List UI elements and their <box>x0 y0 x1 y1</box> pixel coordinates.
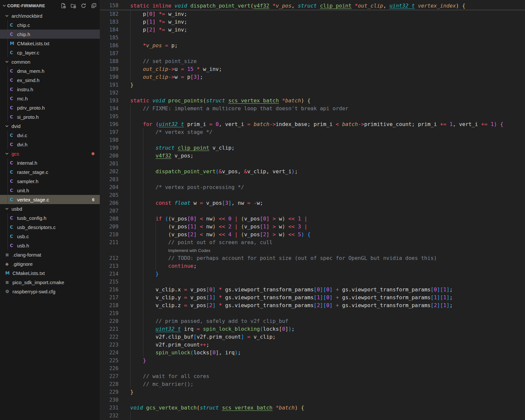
code-line-219[interactable]: 219 <box>100 309 525 317</box>
sticky-line-158[interactable]: 158static inline void dispatch_point_ver… <box>100 1 465 9</box>
code-line-190[interactable]: 190 out_clip->w = p[3]; <box>100 73 525 81</box>
code-line-223[interactable]: 223 v2f.prim_count++; <box>100 341 525 349</box>
line-number[interactable]: 187 <box>100 50 118 57</box>
tree-item-cp_layer.c[interactable]: Ccp_layer.c <box>0 48 100 57</box>
line-number[interactable]: 199 <box>100 144 118 152</box>
code-line-182[interactable]: 182 p[0] *= w_inv; <box>100 10 525 18</box>
code-line-206[interactable]: 206 const float w = v_pos[3], nw = -w; <box>100 199 525 207</box>
line-number[interactable]: 224 <box>100 349 118 357</box>
line-number[interactable]: 193 <box>100 97 118 105</box>
line-number[interactable]: 202 <box>100 168 118 176</box>
code-line-201[interactable]: 201 <box>100 160 525 168</box>
line-number[interactable]: 223 <box>100 341 118 349</box>
line-number[interactable]: 220 <box>100 317 118 325</box>
tree-item-dma_mem.h[interactable]: Cdma_mem.h <box>0 66 100 75</box>
tree-item-raspberrypi-swd.cfg[interactable]: ⚙raspberrypi-swd.cfg <box>0 287 100 296</box>
tree-folder-arch\mockbird[interactable]: arch\mockbird <box>0 11 100 20</box>
tree-folder-common[interactable]: common <box>0 57 100 66</box>
code-line-210[interactable]: 210 (v_pos[2] < nw) << 4 | (v_pos[2] > w… <box>100 231 525 239</box>
line-number[interactable]: 183 <box>100 18 118 26</box>
line-number[interactable]: 208 <box>100 215 118 223</box>
code-line-225[interactable]: 225 } <box>100 357 525 365</box>
refresh-button[interactable] <box>80 3 86 9</box>
line-number[interactable]: 228 <box>100 380 118 388</box>
line-number[interactable]: 182 <box>100 10 118 18</box>
line-number[interactable]: 213 <box>100 262 118 270</box>
code-line-231[interactable]: 231void gcs_vertex_batch(struct scs_vert… <box>100 404 525 412</box>
tree-item-si_proto.h[interactable]: Csi_proto.h <box>0 112 100 121</box>
tree-item-pico_sdk_import.cmake[interactable]: ≡pico_sdk_import.cmake <box>0 278 100 287</box>
code-line-191[interactable]: 191} <box>100 81 525 89</box>
line-number[interactable]: 205 <box>100 191 118 199</box>
line-number[interactable]: 196 <box>100 120 118 128</box>
line-number[interactable]: 222 <box>100 333 118 341</box>
code-line-186[interactable]: 186 *v_pos = p; <box>100 42 525 50</box>
tree-item-internal.h[interactable]: Cinternal.h <box>0 158 100 167</box>
code-line-226[interactable]: 226 <box>100 365 525 372</box>
code-line-230[interactable]: 230 <box>100 396 525 404</box>
tree-folder-dvid[interactable]: dvid <box>0 121 100 131</box>
line-number[interactable]: 212 <box>100 254 118 262</box>
line-number[interactable]: 207 <box>100 207 118 215</box>
code-line-189[interactable]: 189 out_clip->u = 15 * w_inv; <box>100 65 525 73</box>
code-line-187[interactable]: 187 <box>100 50 525 57</box>
line-number[interactable]: 226 <box>100 365 118 372</box>
tree-folder-usbd[interactable]: usbd <box>0 204 100 213</box>
code-line-185[interactable]: 185 <box>100 34 525 42</box>
tree-item-usb.c[interactable]: Cusb.c <box>0 232 100 241</box>
new-folder-button[interactable] <box>70 3 76 9</box>
tree-folder-gcs[interactable]: gcs <box>0 149 100 158</box>
code-line-218[interactable]: 218 v_clip.z = v_pos[2] * gs.viewport_tr… <box>100 302 525 309</box>
line-number[interactable]: 198 <box>100 136 118 144</box>
line-number[interactable]: 227 <box>100 372 118 380</box>
tree-item-chip.h[interactable]: Cchip.h <box>0 30 100 39</box>
line-number[interactable]: 231 <box>100 404 118 412</box>
code-line-188[interactable]: 188 // set point_size <box>100 57 525 65</box>
line-number[interactable]: 186 <box>100 42 118 50</box>
code-line-211[interactable]: 211 // point out of screen area, cull <box>100 239 525 246</box>
codex-hint-row[interactable]: Implement with Codex <box>100 246 525 254</box>
code-line-228[interactable]: 228 // mc_barrier(); <box>100 380 525 388</box>
code-line-209[interactable]: 209 (v_pos[1] < nw) << 2 | (v_pos[1] > w… <box>100 223 525 231</box>
tree-item-CMakeLists.txt[interactable]: MCMakeLists.txt <box>0 268 100 278</box>
chevron-down-icon[interactable] <box>2 3 7 8</box>
code-line-208[interactable]: 208 if ((v_pos[0] < nw) << 0 | (v_pos[0]… <box>100 215 525 223</box>
line-number[interactable]: 214 <box>100 270 118 278</box>
line-number[interactable]: 209 <box>100 223 118 231</box>
tree-item-usb_descriptors.c[interactable]: Cusb_descriptors.c <box>0 222 100 232</box>
line-number[interactable]: 189 <box>100 65 118 73</box>
code-line-207[interactable]: 207 <box>100 207 525 215</box>
code-editor[interactable]: 158static inline void dispatch_point_ver… <box>100 0 525 420</box>
code-line-199[interactable]: 199 struct clip_point v_clip; <box>100 144 525 152</box>
tree-item-raster_stage.c[interactable]: Craster_stage.c <box>0 167 100 177</box>
code-line-196[interactable]: 196 for (uint32_t prim_i = 0, vert_i = b… <box>100 120 525 128</box>
line-number[interactable]: 216 <box>100 286 118 294</box>
tree-item-.gitignore[interactable]: ◆.gitignore <box>0 259 100 268</box>
line-number[interactable]: 191 <box>100 81 118 89</box>
line-number[interactable] <box>100 246 118 254</box>
tree-item-usb.h[interactable]: Cusb.h <box>0 241 100 250</box>
line-number[interactable]: 218 <box>100 302 118 309</box>
tree-item-instru.h[interactable]: Cinstru.h <box>0 85 100 94</box>
code-line-205[interactable]: 205 <box>100 191 525 199</box>
tree-item-unit.h[interactable]: Cunit.h <box>0 186 100 195</box>
tree-item-pdrv_proto.h[interactable]: Cpdrv_proto.h <box>0 103 100 112</box>
tree-item-tusb_config.h[interactable]: Ctusb_config.h <box>0 213 100 222</box>
tree-item-dvi.h[interactable]: Cdvi.h <box>0 140 100 149</box>
tree-item-CMakeLists.txt[interactable]: MCMakeLists.txt <box>0 39 100 48</box>
code-line-184[interactable]: 184 p[2] *= w_inv; <box>100 26 525 34</box>
code-line-229[interactable]: 229} <box>100 388 525 396</box>
code-line-204[interactable]: 204 /* vertex post-processing */ <box>100 183 525 191</box>
code-line-192[interactable]: 192 <box>100 89 525 97</box>
line-number[interactable]: 206 <box>100 199 118 207</box>
sticky-scroll-line[interactable]: 158static inline void dispatch_point_ver… <box>100 0 525 10</box>
tree-item-.clang-format[interactable]: ≡.clang-format <box>0 250 100 259</box>
collapse-all-button[interactable] <box>91 3 96 9</box>
line-number[interactable]: 194 <box>100 105 118 113</box>
tree-item-vertex_stage.c[interactable]: Cvertex_stage.c6 <box>0 195 100 204</box>
line-number[interactable]: 232 <box>100 412 118 420</box>
code-line-221[interactable]: 221 uint32_t irq = spin_lock_blocking(lo… <box>100 325 525 333</box>
code-line-194[interactable]: 194 // FIXME: implement a multicore loop… <box>100 105 525 113</box>
new-file-button[interactable] <box>60 3 66 9</box>
line-number[interactable]: 188 <box>100 57 118 65</box>
